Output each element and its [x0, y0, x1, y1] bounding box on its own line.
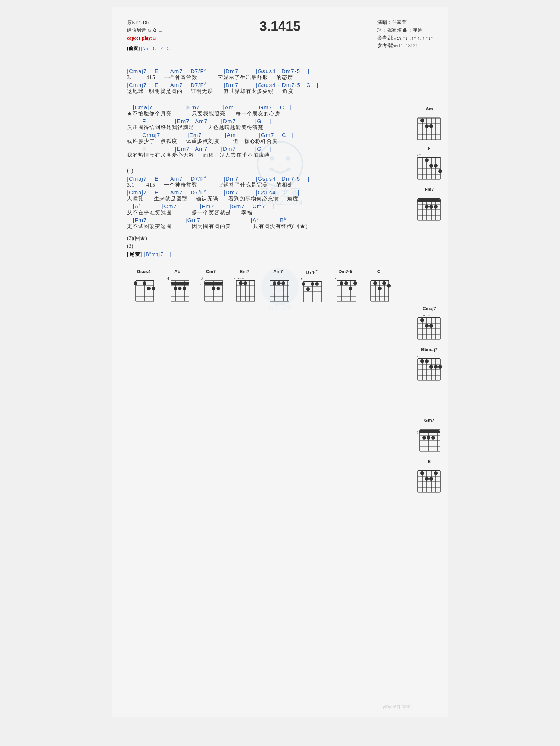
svg-point-60 [239, 281, 243, 285]
svg-point-17 [147, 287, 151, 290]
chord-am-right: Am o [414, 106, 444, 141]
svg-text:x: x [301, 277, 303, 281]
chord-cmaj7-right: Cmaj7 o o o [414, 306, 444, 343]
svg-point-164 [434, 205, 438, 209]
svg-point-178 [425, 324, 429, 328]
bbmaj7-right-diagram: x [416, 353, 443, 384]
chord-diagrams-bottom: Gsus4 [127, 269, 396, 306]
svg-point-196 [438, 365, 442, 369]
f-right-diagram: x x [416, 152, 443, 182]
cmaj7-right-diagram: o o o [416, 312, 443, 343]
svg-point-103 [349, 287, 352, 290]
gsus4-diagram [132, 275, 156, 303]
svg-point-73 [277, 281, 281, 285]
em7-diagram: o o o o [233, 275, 257, 305]
svg-point-15 [134, 281, 137, 285]
svg-text:yinyuezj.com: yinyuezj.com [383, 703, 411, 709]
lyrics-by: 詞：张家玮 曲：崔迪 [377, 26, 433, 34]
svg-point-32 [178, 287, 181, 290]
verse2-lyric1: 3.1 415 一个神奇常数 它解答了什么是完美 的相处 [127, 182, 396, 188]
verse2-lyric4: 更不试图改变这圆 因为圆有圆的美 只有圆没有终点(回★) [127, 223, 396, 230]
svg-text:x: x [335, 276, 336, 280]
svg-point-18 [152, 287, 155, 290]
svg-rect-161 [417, 199, 441, 202]
fingering: 参考指法:T1213121 [377, 42, 433, 50]
chorus-lyric4: 我的热情没有尺度爱心无数 面积让别人去在乎不怕束缚 [127, 152, 396, 159]
outro-label: [尾奏] |Bbmaj7 | [127, 251, 396, 258]
svg-point-146 [425, 158, 429, 162]
c-diagram [367, 275, 391, 303]
svg-point-225 [429, 477, 433, 481]
section1-label: (1) [127, 168, 396, 174]
ab-diagram: 4 [165, 275, 190, 305]
svg-point-193 [425, 359, 429, 363]
cm7-diagram: 3 x [199, 275, 223, 305]
chord-fm7-right: Fm7 [414, 187, 444, 222]
e-right-diagram [416, 465, 443, 494]
verse2-chord1: |Cmaj7 E |Am7 D7/F# |Dm7 |Gsus4 Dm7-5 | [127, 175, 396, 182]
d7f-diagram: x [300, 276, 324, 306]
svg-point-133 [429, 124, 433, 128]
chord-f-right: F x x [414, 146, 444, 182]
svg-point-211 [431, 436, 435, 440]
svg-text:o o o o: o o o o [234, 276, 244, 280]
capo: capo:1 play:C [127, 34, 175, 42]
svg-point-86 [302, 282, 305, 286]
svg-point-162 [425, 205, 429, 209]
svg-point-47 [212, 287, 215, 290]
bottom-credit: yinyuezj.com [381, 700, 441, 713]
verse2-lyric2: 人瞳孔 生来就是圆型 确认无误 看到的事物何必充满 角度 [127, 196, 396, 202]
svg-point-116 [378, 287, 382, 290]
svg-rect-30 [171, 282, 189, 285]
svg-point-131 [420, 119, 424, 122]
svg-point-101 [340, 281, 343, 285]
chord-dm7-5: Dm7-5 x [330, 269, 360, 306]
verse2-chord2: |Cmaj7 E |Am7 D7/F# |Dm7 |Gsus4 G | [127, 189, 396, 196]
svg-point-194 [429, 365, 433, 369]
svg-point-31 [174, 287, 177, 290]
am7-diagram [266, 275, 290, 303]
svg-point-102 [344, 281, 348, 285]
original-key: 原KEY:Db [127, 19, 175, 26]
chord-diagrams-right3: Gm7 3 E [414, 418, 444, 494]
outro-section: [尾奏] |Bbmaj7 | [127, 251, 396, 258]
verse2-chord3: |Ab |Cm7 |Fm7 |Gm7 Cm7 | [127, 203, 396, 209]
svg-point-61 [243, 281, 247, 285]
svg-point-118 [387, 284, 391, 288]
chord-diagrams-right2: Cmaj7 o o o Bbmaj7 [414, 306, 444, 384]
singer: 演唱：任家萱 [377, 19, 433, 26]
verse2-lyric3: 从不在乎谁笑我圆 多一个笑容就是 幸福 [127, 209, 396, 216]
chorus-lyric3: 或许腰少了一点弧度 体重多点刻度 但一颗心称纤合度 [127, 138, 396, 145]
svg-point-209 [422, 436, 426, 440]
chorus-chord4: |F |Em7 Am7 |Dm7 |G | [127, 146, 396, 152]
fm7-right-diagram [416, 193, 443, 222]
svg-point-195 [434, 365, 438, 369]
dm7-5-diagram: x [333, 275, 358, 305]
svg-text:4: 4 [167, 276, 169, 280]
chord-gsus4: Gsus4 [129, 269, 159, 306]
svg-point-33 [183, 287, 186, 290]
svg-point-16 [143, 281, 146, 285]
svg-text:x: x [417, 354, 419, 358]
svg-text:3: 3 [417, 431, 419, 434]
section2-label: (2)(回★) [127, 235, 396, 242]
verse1-lyric2: 这地球 明明就是圆的 证明无误 但世界却有太多尖锐 角度 [127, 88, 396, 95]
verse1: |Cmaj7 E |Am7 D7/F# |Dm7 |Gsus4 Dm7-5 | … [127, 68, 396, 95]
verse2: |Cmaj7 E |Am7 D7/F# |Dm7 |Gsus4 Dm7-5 | … [127, 175, 396, 230]
chord-cm7: Cm7 3 x [196, 269, 226, 306]
chorus-chord1: |Cmaj7 |Em7 |Am |Gm7 C | [127, 104, 396, 110]
chord-gm7-right: Gm7 3 [414, 418, 444, 455]
svg-text:x x: x x [417, 153, 421, 157]
svg-point-48 [216, 287, 220, 290]
chord-ab: Ab 4 [162, 269, 192, 306]
chorus-lyric1: ★不怕脸像个月亮 只要我能照亮 每一个朋友的心房 [127, 110, 396, 117]
svg-point-147 [429, 164, 433, 168]
chord-e-right: E [414, 459, 444, 494]
svg-point-88 [311, 282, 314, 286]
intro-label: [前奏] |Am G F G | [127, 45, 175, 53]
chorus-lyric2: 反正圆得恰到好处我很满足 天色越暗越能美得清楚 [127, 124, 396, 131]
svg-point-223 [420, 471, 424, 475]
verse1-chord1: |Cmaj7 E |Am7 D7/F# |Dm7 |Gsus4 Dm7-5 | [127, 68, 396, 74]
svg-point-177 [420, 318, 424, 322]
svg-point-89 [315, 282, 319, 286]
